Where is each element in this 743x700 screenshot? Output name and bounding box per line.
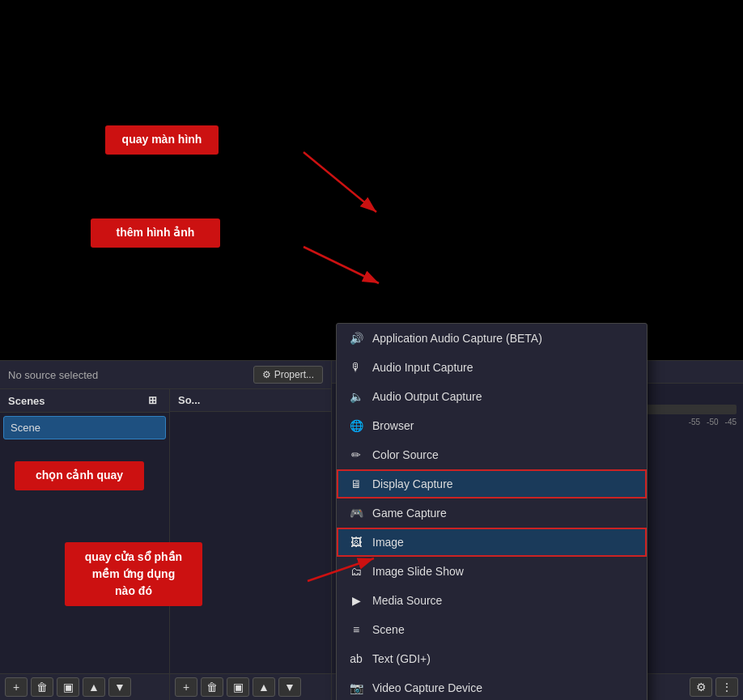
scenes-add-button[interactable]: + bbox=[5, 677, 28, 697]
menu-item-image[interactable]: 🖼Image bbox=[337, 528, 647, 557]
menu-item-audio-output[interactable]: 🔈Audio Output Capture bbox=[337, 382, 647, 411]
main-container: No source selected ⚙ Propert... Scenes ⊞… bbox=[0, 0, 743, 700]
scenes-toolbar: + 🗑 ▣ ▲ ▼ bbox=[0, 673, 169, 700]
menu-item-browser[interactable]: 🌐Browser bbox=[337, 411, 647, 440]
audio-output-label: Audio Output Capture bbox=[372, 390, 482, 403]
sources-add-button[interactable]: + bbox=[175, 677, 197, 697]
annotation-quay-cua-so: quay cửa sổ phầnmềm ứng dụngnào đó bbox=[65, 542, 202, 606]
audio-output-icon: 🔈 bbox=[348, 388, 364, 405]
scenes-title: Scenes bbox=[8, 395, 45, 407]
sources-remove-button[interactable]: 🗑 bbox=[201, 677, 223, 697]
browser-label: Browser bbox=[372, 419, 414, 432]
annotation-quay-man-hinh: quay màn hình bbox=[105, 125, 219, 155]
menu-item-text-gdi[interactable]: abText (GDI+) bbox=[337, 644, 647, 673]
game-capture-label: Game Capture bbox=[372, 507, 447, 520]
scene-icon: ≡ bbox=[348, 622, 364, 638]
menu-item-color-source[interactable]: ✏Color Source bbox=[337, 440, 647, 469]
audio-input-icon: 🎙 bbox=[348, 359, 364, 375]
source-dropdown-menu: 🔊Application Audio Capture (BETA)🎙Audio … bbox=[336, 323, 647, 700]
properties-button[interactable]: ⚙ Propert... bbox=[253, 366, 323, 384]
sources-filter-button[interactable]: ▣ bbox=[227, 677, 249, 697]
image-slide-icon: 🗂 bbox=[348, 563, 364, 579]
scene-label: Scene bbox=[372, 623, 405, 636]
media-source-icon: ▶ bbox=[348, 592, 364, 609]
image-label: Image bbox=[372, 536, 404, 549]
sources-title: So... bbox=[178, 394, 200, 406]
sources-up-button[interactable]: ▲ bbox=[253, 677, 275, 697]
quay-cua-so-text: quay cửa sổ phầnmềm ứng dụngnào đó bbox=[85, 550, 182, 597]
annotation-them-hinh-anh: thêm hình ảnh bbox=[91, 218, 220, 248]
media-source-label: Media Source bbox=[372, 594, 442, 607]
track-num-1: -55 bbox=[689, 418, 700, 426]
audio-input-label: Audio Input Capture bbox=[372, 361, 473, 374]
track-num-3: -45 bbox=[725, 418, 737, 426]
display-capture-label: Display Capture bbox=[372, 477, 453, 490]
display-capture-icon: 🖥 bbox=[348, 476, 364, 492]
no-source-label: No source selected bbox=[8, 369, 98, 381]
mixer-menu-button[interactable]: ⋮ bbox=[715, 677, 738, 697]
menu-item-app-audio[interactable]: 🔊Application Audio Capture (BETA) bbox=[337, 324, 647, 353]
scenes-filter-button[interactable]: ▣ bbox=[57, 677, 79, 697]
scene-item[interactable]: Scene bbox=[3, 416, 166, 439]
scenes-remove-button[interactable]: 🗑 bbox=[31, 677, 53, 697]
menu-item-audio-input[interactable]: 🎙Audio Input Capture bbox=[337, 353, 647, 382]
browser-icon: 🌐 bbox=[348, 418, 364, 434]
track-num-2: -50 bbox=[707, 418, 718, 426]
sources-toolbar: + 🗑 ▣ ▲ ▼ bbox=[170, 673, 331, 700]
menu-item-display-capture[interactable]: 🖥Display Capture bbox=[337, 469, 647, 498]
scenes-up-button[interactable]: ▲ bbox=[83, 677, 105, 697]
text-gdi-icon: ab bbox=[348, 651, 364, 667]
annotation-chon-canh-quay: chọn cảnh quay bbox=[15, 461, 144, 490]
color-source-icon: ✏ bbox=[348, 447, 364, 463]
video-capture-label: Video Capture Device bbox=[372, 681, 482, 694]
no-source-bar: No source selected ⚙ Propert... bbox=[0, 361, 331, 389]
menu-item-video-capture[interactable]: 📷Video Capture Device bbox=[337, 673, 647, 700]
app-audio-icon: 🔊 bbox=[348, 330, 364, 346]
scenes-header: Scenes ⊞ bbox=[0, 389, 169, 413]
image-icon: 🖼 bbox=[348, 534, 364, 550]
sources-header: So... bbox=[170, 389, 331, 412]
menu-item-scene[interactable]: ≡Scene bbox=[337, 615, 647, 644]
menu-item-media-source[interactable]: ▶Media Source bbox=[337, 586, 647, 615]
scenes-down-button[interactable]: ▼ bbox=[108, 677, 131, 697]
game-capture-icon: 🎮 bbox=[348, 505, 364, 521]
color-source-label: Color Source bbox=[372, 448, 439, 461]
scenes-icon[interactable]: ⊞ bbox=[148, 394, 161, 407]
menu-item-game-capture[interactable]: 🎮Game Capture bbox=[337, 498, 647, 528]
preview-area bbox=[0, 0, 743, 360]
image-slide-label: Image Slide Show bbox=[372, 565, 464, 578]
left-panel: No source selected ⚙ Propert... Scenes ⊞… bbox=[0, 361, 332, 700]
mixer-gear-button[interactable]: ⚙ bbox=[690, 677, 712, 697]
sources-down-button[interactable]: ▼ bbox=[278, 677, 301, 697]
app-audio-label: Application Audio Capture (BETA) bbox=[372, 332, 542, 345]
menu-item-image-slide[interactable]: 🗂Image Slide Show bbox=[337, 557, 647, 586]
text-gdi-label: Text (GDI+) bbox=[372, 652, 431, 665]
video-capture-icon: 📷 bbox=[348, 680, 364, 696]
